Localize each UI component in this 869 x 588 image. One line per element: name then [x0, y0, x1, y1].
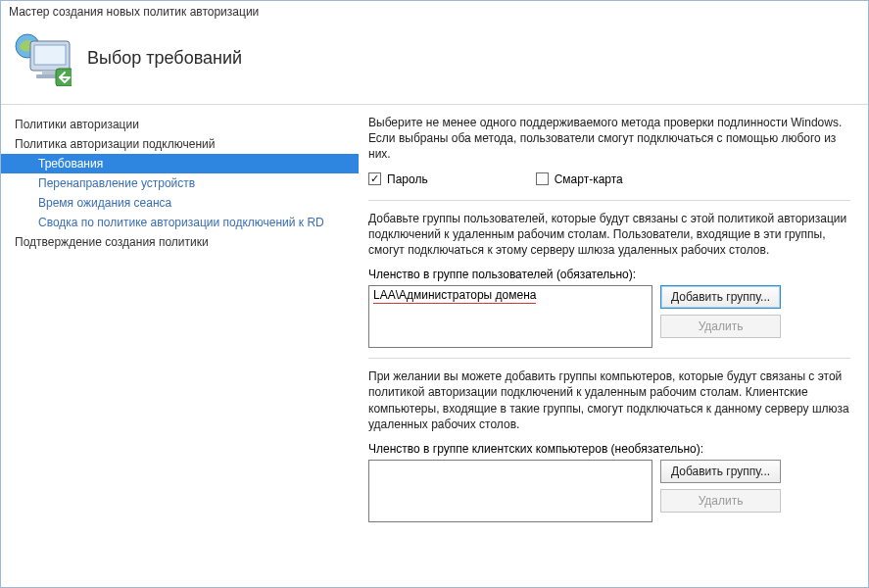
wizard-nav: Политики авторизации Политика авторизаци… — [1, 105, 359, 587]
wizard-header: Выбор требований — [1, 21, 868, 105]
wizard-body: Политики авторизации Политика авторизаци… — [1, 105, 868, 587]
nav-device-redirection[interactable]: Перенаправление устройств — [1, 173, 359, 193]
password-checkbox[interactable]: ✓ Пароль — [368, 172, 428, 186]
page-title: Выбор требований — [87, 48, 242, 69]
nav-session-timeout[interactable]: Время ожидания сеанса — [1, 193, 359, 213]
nav-auth-policies[interactable]: Политики авторизации — [1, 115, 359, 134]
user-groups-description: Добавьте группы пользователей, которые б… — [368, 211, 850, 259]
client-groups-description: При желании вы можете добавить группы ко… — [368, 368, 850, 432]
nav-confirm-creation[interactable]: Подтверждение создания политики — [1, 232, 359, 252]
password-checkbox-label: Пароль — [387, 172, 428, 186]
client-groups-section: При желании вы можете добавить группы ко… — [368, 358, 850, 522]
add-client-group-button[interactable]: Добавить группу... — [660, 460, 781, 483]
checkbox-unchecked-icon — [536, 172, 549, 185]
client-groups-label: Членство в группе клиентских компьютеров… — [368, 442, 850, 456]
add-user-group-button[interactable]: Добавить группу... — [660, 285, 781, 309]
remove-user-group-button: Удалить — [660, 315, 781, 338]
client-groups-listbox[interactable] — [368, 460, 652, 522]
wizard-icon — [13, 31, 72, 86]
smartcard-checkbox[interactable]: Смарт-карта — [536, 172, 623, 186]
smartcard-checkbox-label: Смарт-карта — [555, 172, 623, 186]
remove-client-group-button: Удалить — [660, 489, 781, 513]
checkbox-checked-icon: ✓ — [368, 172, 381, 185]
user-groups-label: Членство в группе пользователей (обязате… — [368, 268, 850, 281]
user-groups-listbox[interactable]: LAA\Администраторы домена — [368, 285, 652, 348]
user-groups-section: Добавьте группы пользователей, которые б… — [368, 200, 850, 349]
svg-rect-2 — [34, 45, 66, 65]
user-group-entry[interactable]: LAA\Администраторы домена — [373, 288, 536, 304]
nav-rd-cap-summary[interactable]: Сводка по политике авторизации подключен… — [1, 213, 359, 232]
nav-requirements[interactable]: Требования — [1, 154, 359, 173]
wizard-content: Выберите не менее одного поддерживаемого… — [359, 105, 868, 587]
auth-method-description: Выберите не менее одного поддерживаемого… — [368, 115, 850, 163]
auth-method-checks: ✓ Пароль Смарт-карта — [368, 172, 850, 186]
nav-connection-auth-policy[interactable]: Политика авторизации подключений — [1, 134, 359, 154]
wizard-window: Мастер создания новых политик авторизаци… — [0, 0, 869, 588]
window-title: Мастер создания новых политик авторизаци… — [1, 1, 868, 21]
